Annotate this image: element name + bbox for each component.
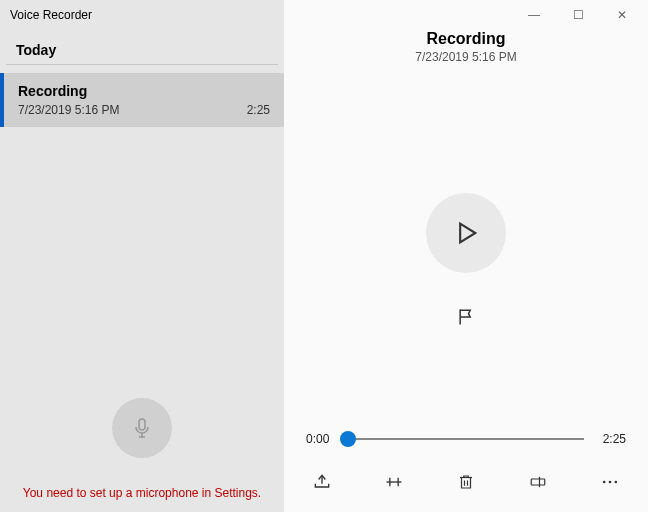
share-icon bbox=[312, 472, 332, 492]
recording-item[interactable]: Recording 7/23/2019 5:16 PM 2:25 bbox=[0, 73, 284, 127]
maximize-icon: ☐ bbox=[573, 8, 584, 22]
microphone-warning[interactable]: You need to set up a microphone in Setti… bbox=[0, 486, 284, 500]
recording-item-title: Recording bbox=[18, 83, 270, 99]
window-controls: — ☐ ✕ bbox=[284, 0, 648, 30]
more-button[interactable] bbox=[594, 466, 626, 498]
record-button[interactable] bbox=[112, 398, 172, 458]
svg-point-15 bbox=[615, 481, 618, 484]
svg-marker-3 bbox=[460, 224, 475, 243]
seek-thumb[interactable] bbox=[340, 431, 356, 447]
maximize-button[interactable]: ☐ bbox=[556, 1, 600, 29]
rename-button[interactable] bbox=[522, 466, 554, 498]
flag-icon bbox=[456, 307, 476, 327]
section-header-today: Today bbox=[6, 26, 278, 65]
main-pane: — ☐ ✕ Recording 7/23/2019 5:16 PM bbox=[284, 0, 648, 512]
recording-item-duration: 2:25 bbox=[247, 103, 270, 117]
minimize-icon: — bbox=[528, 8, 540, 22]
minimize-button[interactable]: — bbox=[512, 1, 556, 29]
svg-rect-0 bbox=[139, 419, 145, 430]
recording-title: Recording bbox=[284, 30, 648, 48]
recording-date: 7/23/2019 5:16 PM bbox=[284, 50, 648, 64]
timeline: 0:00 2:25 bbox=[284, 422, 648, 446]
total-time: 2:25 bbox=[592, 432, 626, 446]
microphone-icon bbox=[130, 416, 154, 440]
svg-rect-11 bbox=[531, 479, 545, 485]
voice-recorder-app: Voice Recorder Today Recording 7/23/2019… bbox=[0, 0, 648, 512]
trim-button[interactable] bbox=[378, 466, 410, 498]
close-button[interactable]: ✕ bbox=[600, 1, 644, 29]
share-button[interactable] bbox=[306, 466, 338, 498]
seek-track[interactable] bbox=[348, 438, 584, 440]
trash-icon bbox=[457, 472, 475, 492]
playback-area bbox=[284, 104, 648, 422]
delete-button[interactable] bbox=[450, 466, 482, 498]
trim-icon bbox=[383, 472, 405, 492]
app-title: Voice Recorder bbox=[0, 0, 284, 26]
bottom-toolbar bbox=[284, 446, 648, 512]
svg-point-13 bbox=[603, 481, 606, 484]
svg-point-14 bbox=[609, 481, 612, 484]
flag-button[interactable] bbox=[450, 301, 482, 333]
close-icon: ✕ bbox=[617, 8, 627, 22]
recording-item-date: 7/23/2019 5:16 PM bbox=[18, 103, 119, 117]
current-time: 0:00 bbox=[306, 432, 340, 446]
play-button[interactable] bbox=[426, 193, 506, 273]
recording-list: Recording 7/23/2019 5:16 PM 2:25 bbox=[0, 73, 284, 127]
sidebar: Voice Recorder Today Recording 7/23/2019… bbox=[0, 0, 284, 512]
rename-icon bbox=[527, 473, 549, 491]
recording-header: Recording 7/23/2019 5:16 PM bbox=[284, 30, 648, 64]
more-icon bbox=[600, 472, 620, 492]
play-icon bbox=[452, 219, 480, 247]
